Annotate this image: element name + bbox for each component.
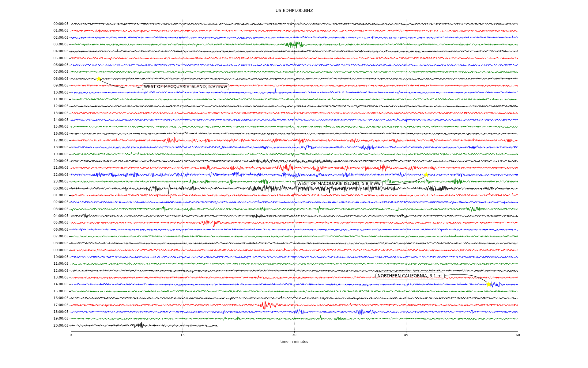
event-annotation: WEST OF MACQUARIE ISLAND, 5.8 mww xyxy=(295,180,383,187)
y-tick-label: 18:00:05 xyxy=(0,145,69,149)
y-tick-label: 21:00:05 xyxy=(0,166,69,170)
y-tick-label: 02:00:05 xyxy=(0,36,69,40)
y-tick-label: 03:00:05 xyxy=(0,207,69,211)
y-tick-label: 00:00:05 xyxy=(0,186,69,191)
y-tick-label: 10:00:05 xyxy=(0,90,69,95)
x-tick-label: 0 xyxy=(70,333,72,337)
x-tick-label: 30 xyxy=(292,333,296,337)
y-tick-label: 05:00:05 xyxy=(0,220,69,225)
seismogram-figure: US.EDHPI.00.BHZ time in minutes 00:00:05… xyxy=(0,0,588,368)
y-tick-label: 23:00:05 xyxy=(0,179,69,184)
x-tick-label: 60 xyxy=(516,333,520,337)
y-tick-label: 07:00:05 xyxy=(0,234,69,239)
y-tick-label: 12:00:05 xyxy=(0,269,69,273)
y-tick-label: 16:00:05 xyxy=(0,132,69,136)
y-tick-label: 09:00:05 xyxy=(0,83,69,88)
y-tick-label: 05:00:05 xyxy=(0,56,69,60)
y-tick-label: 15:00:05 xyxy=(0,125,69,129)
y-tick-label: 03:00:05 xyxy=(0,42,69,47)
y-tick-label: 08:00:05 xyxy=(0,77,69,81)
x-tick-label: 45 xyxy=(404,333,408,337)
y-tick-label: 13:00:05 xyxy=(0,111,69,115)
y-tick-label: 14:00:05 xyxy=(0,282,69,286)
y-tick-label: 11:00:05 xyxy=(0,97,69,102)
chart-title: US.EDHPI.00.BHZ xyxy=(276,8,313,13)
y-tick-label: 20:00:05 xyxy=(0,159,69,163)
event-annotation: NORTHERN CALIFORNIA, 3.1 ml xyxy=(375,273,445,279)
y-tick-label: 19:00:05 xyxy=(0,152,69,156)
y-tick-label: 02:00:05 xyxy=(0,200,69,204)
x-axis-label: time in minutes xyxy=(281,339,308,344)
x-tick-label: 15 xyxy=(180,333,185,337)
y-tick-label: 11:00:05 xyxy=(0,262,69,266)
y-tick-label: 00:00:05 xyxy=(0,22,69,26)
y-tick-label: 07:00:05 xyxy=(0,70,69,74)
y-tick-label: 17:00:05 xyxy=(0,138,69,143)
y-tick-label: 20:00:05 xyxy=(0,324,69,328)
y-tick-label: 01:00:05 xyxy=(0,29,69,33)
y-tick-label: 04:00:05 xyxy=(0,214,69,218)
event-annotation: WEST OF MACQUARIE ISLAND, 5.9 mww xyxy=(142,83,229,90)
y-tick-label: 12:00:05 xyxy=(0,104,69,108)
y-tick-label: 10:00:05 xyxy=(0,255,69,259)
y-tick-label: 13:00:05 xyxy=(0,275,69,280)
y-tick-label: 15:00:05 xyxy=(0,289,69,293)
y-tick-label: 08:00:05 xyxy=(0,241,69,245)
y-tick-label: 18:00:05 xyxy=(0,310,69,314)
y-tick-label: 01:00:05 xyxy=(0,193,69,197)
y-tick-label: 06:00:05 xyxy=(0,63,69,67)
y-tick-label: 16:00:05 xyxy=(0,296,69,300)
y-tick-label: 09:00:05 xyxy=(0,248,69,252)
y-tick-label: 04:00:05 xyxy=(0,49,69,53)
seismogram-plot-canvas xyxy=(0,0,588,368)
y-tick-label: 14:00:05 xyxy=(0,118,69,122)
y-tick-label: 17:00:05 xyxy=(0,303,69,307)
y-tick-label: 19:00:05 xyxy=(0,316,69,321)
y-tick-label: 06:00:05 xyxy=(0,228,69,232)
y-tick-label: 22:00:05 xyxy=(0,173,69,177)
